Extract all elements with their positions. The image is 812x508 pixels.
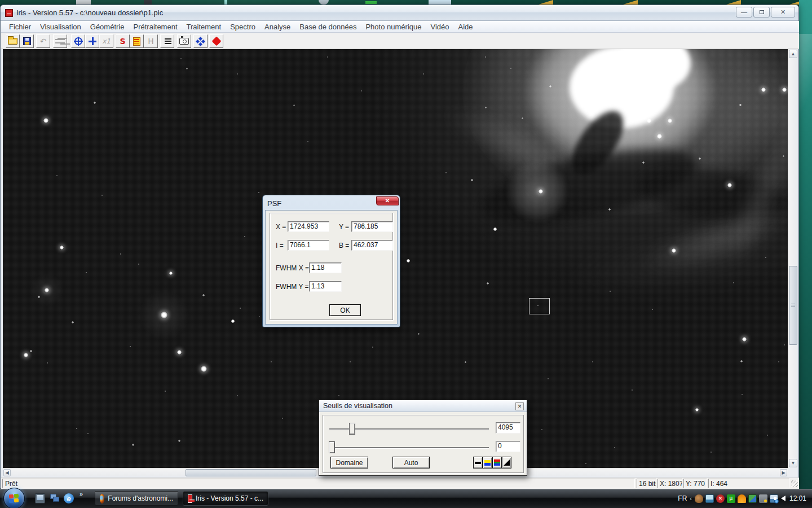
yellow-blue-icon [484, 460, 491, 466]
horizontal-scroll-thumb[interactable] [186, 469, 316, 476]
menu-traitement[interactable]: Traitement [182, 23, 226, 31]
title-bar[interactable]: Iris - Version 5.57 - c:\nouveau dossier… [1, 5, 798, 21]
psf-b-field[interactable]: 462.037 [351, 240, 393, 251]
tray-expand-chevron[interactable]: ‹ [690, 495, 692, 502]
star [767, 435, 769, 436]
desktop-icon-fragment [429, 0, 451, 5]
star [76, 428, 78, 430]
psf-ok-button[interactable]: OK [329, 304, 361, 316]
rgb-display-button[interactable] [492, 457, 502, 468]
menu-photo-num-rique[interactable]: Photo numérique [361, 23, 426, 31]
antivirus-icon[interactable]: ✕ [716, 494, 725, 503]
menu-analyse[interactable]: Analyse [260, 23, 295, 31]
utorrent-icon[interactable]: µ [727, 494, 735, 503]
star [38, 296, 40, 298]
menu-vid-o[interactable]: Vidéo [426, 23, 453, 31]
resize-grip[interactable] [791, 480, 798, 487]
center-button[interactable] [71, 34, 85, 48]
star [710, 452, 712, 453]
desktop-icon-fragment [365, 1, 377, 4]
yellow-blue-display-button[interactable] [483, 457, 492, 468]
scroll-left-arrow[interactable]: ◀ [3, 469, 11, 476]
scroll-right-arrow[interactable]: ▶ [780, 469, 787, 476]
close-button[interactable]: ✕ [771, 7, 795, 17]
minimize-button[interactable]: — [736, 7, 752, 17]
remote-desktop-icon[interactable] [705, 494, 714, 503]
menu-spectro[interactable]: Spectro [226, 23, 260, 31]
psf-y-field[interactable]: 786.185 [351, 221, 393, 232]
quicklaunch-overflow-chevron[interactable]: » [80, 491, 83, 497]
status-panel-0: 16 bits [637, 479, 656, 488]
photo-viewer-icon[interactable] [748, 494, 757, 503]
psf-fwhmx-label: FWHM X = [276, 264, 309, 272]
menu-fichier[interactable]: Fichier [5, 23, 36, 31]
windows-taskbar: e » Forums d'astronomi...Iris - Version … [0, 489, 812, 508]
mono-display-button[interactable] [473, 457, 483, 468]
psf-close-button[interactable]: ✕ [376, 196, 399, 205]
menu-visualisation[interactable]: Visualisation [36, 23, 86, 31]
desktop-icon-fragment [144, 0, 152, 5]
psf-selection-rectangle[interactable] [529, 298, 550, 314]
restore-icon [760, 10, 764, 14]
menu-base-de-donn-es[interactable]: Base de données [295, 23, 361, 31]
star [487, 282, 489, 284]
language-indicator[interactable]: FR [678, 494, 687, 502]
low-slider-track[interactable] [329, 447, 489, 448]
save-button[interactable] [20, 34, 34, 48]
text-editor-button[interactable] [130, 34, 144, 48]
star [493, 227, 497, 231]
desktop-icon-fragment [726, 0, 741, 5]
star [657, 134, 662, 139]
psf-dialog: PSF ✕ X = 1724.953 Y = 786.185 I = 7066.… [262, 195, 400, 327]
low-slider-thumb[interactable] [329, 441, 335, 453]
switch-windows-icon[interactable] [50, 493, 60, 503]
snapshot-button[interactable] [177, 34, 191, 48]
star [244, 236, 246, 238]
start-button[interactable] [3, 488, 25, 508]
psf-i-field[interactable]: 7066.1 [288, 240, 329, 251]
high-slider-thumb[interactable] [349, 423, 355, 435]
star [418, 333, 420, 335]
restore-button[interactable] [753, 7, 770, 17]
low-threshold-field[interactable]: 0 [496, 441, 520, 452]
security-key-icon[interactable] [759, 494, 767, 503]
vertical-scroll-thumb[interactable] [789, 266, 797, 345]
scroll-down-arrow[interactable]: ▼ [789, 459, 797, 467]
command-list-button[interactable] [160, 34, 174, 48]
psf-fwhmy-field[interactable]: 1.13 [309, 281, 342, 292]
psf-fwhmx-field[interactable]: 1.18 [309, 262, 342, 273]
thresholds-dialog-title[interactable]: Seuils de visualisation [319, 400, 527, 412]
star [361, 90, 363, 92]
gradient-display-button[interactable] [502, 457, 511, 468]
window-title: Iris - Version 5.57 - c:\nouveau dossier… [16, 8, 163, 17]
volume-icon[interactable] [781, 496, 785, 501]
star [778, 361, 780, 363]
auto-button[interactable]: Auto [392, 457, 430, 468]
taskbar-button-iris[interactable]: Iris - Version 5.57 - c... [183, 491, 268, 506]
menu-pr-traitement[interactable]: Prétraitement [129, 23, 182, 31]
pan-button[interactable] [85, 34, 99, 48]
record-button[interactable] [209, 34, 223, 48]
open-button[interactable] [6, 34, 20, 48]
internet-explorer-icon[interactable]: e [64, 493, 74, 503]
vertical-scrollbar[interactable]: ▲ ▼ [788, 49, 797, 468]
star [201, 366, 207, 372]
pet-icon[interactable] [695, 494, 703, 503]
menu-aide[interactable]: Aide [453, 23, 477, 31]
star [138, 264, 140, 265]
domaine-button[interactable]: Domaine [330, 457, 368, 468]
scroll-up-arrow[interactable]: ▲ [789, 50, 797, 58]
star [549, 85, 551, 87]
high-threshold-field[interactable]: 4095 [496, 422, 520, 433]
x1-icon: x1 [102, 38, 111, 45]
psf-x-label: X = [276, 223, 286, 231]
weather-icon[interactable] [738, 494, 746, 503]
taskbar-clock[interactable]: 12:01 [788, 494, 810, 502]
color-tools-button[interactable] [193, 34, 208, 48]
thresholds-close-button[interactable]: ✕ [515, 402, 524, 410]
show-desktop-icon[interactable] [35, 493, 45, 503]
psf-x-field[interactable]: 1724.953 [288, 221, 329, 232]
menu-g-om-trie[interactable]: Géométrie [86, 23, 129, 31]
rotate-button[interactable]: S [116, 34, 130, 48]
taskbar-button-firefox[interactable]: Forums d'astronomi... [95, 491, 178, 506]
